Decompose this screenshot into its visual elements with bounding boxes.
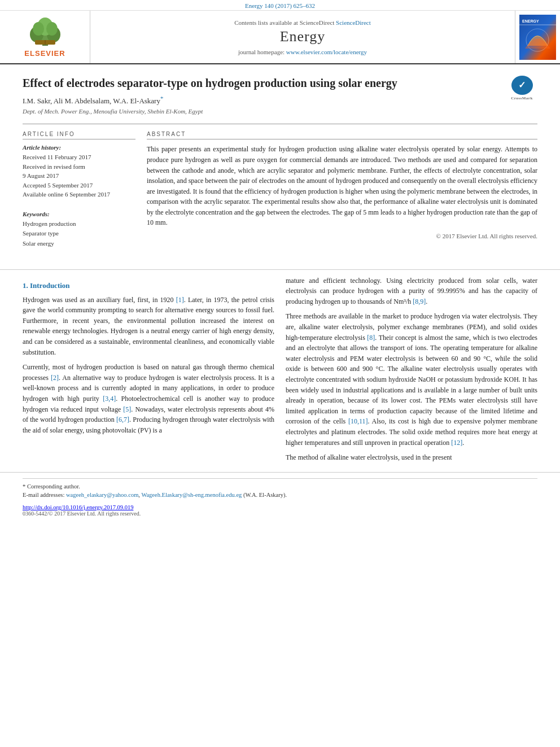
- intro-paragraph-2: Currently, most of hydrogen production i…: [23, 362, 274, 435]
- keyword-1: Hydrogen production: [23, 219, 135, 229]
- revised-label: Received in revised form: [23, 162, 135, 172]
- received-date: Received 11 February 2017: [23, 152, 135, 162]
- ref-1-link[interactable]: [1]: [176, 296, 184, 304]
- right-paragraph-2: Three methods are available in the marke…: [286, 311, 537, 448]
- journal-cover-section: ENERGY: [515, 11, 560, 63]
- elsevier-logo-section: ELSEVIER: [0, 11, 90, 63]
- ref-89-link[interactable]: [8,9]: [413, 298, 426, 305]
- article-title-text: Effect of electrodes separator-type on h…: [23, 77, 397, 89]
- email-1-link[interactable]: wageeh_elaskary@yahoo.com: [66, 492, 138, 498]
- cover-graphic: ENERGY: [519, 15, 556, 60]
- ref-67-link[interactable]: [6,7]: [116, 416, 129, 423]
- ref-2-link[interactable]: [2]: [51, 374, 59, 382]
- online-date: Available online 6 September 2017: [23, 190, 135, 199]
- license-text: 0360-5442/© 2017 Elsevier Ltd. All right…: [23, 510, 537, 517]
- svg-point-5: [33, 22, 44, 36]
- body-section: 1. Introduction Hydrogen was used as an …: [0, 276, 560, 468]
- elsevier-wordmark: ELSEVIER: [24, 49, 65, 58]
- doi-link[interactable]: http://dx.doi.org/10.1016/j.energy.2017.…: [23, 504, 537, 510]
- intro-heading: 1. Introduction: [23, 281, 274, 290]
- crossmark-badge[interactable]: ✓ CrossMark: [506, 76, 537, 101]
- homepage-link[interactable]: www.elsevier.com/locate/energy: [286, 49, 367, 55]
- keywords-label: Keywords:: [23, 211, 135, 217]
- journal-header: ELSEVIER Contents lists available at Sci…: [0, 11, 560, 64]
- copyright-text: © 2017 Elsevier Ltd. All rights reserved…: [147, 233, 537, 239]
- intro-paragraph-1: Hydrogen was used as an auxiliary fuel, …: [23, 295, 274, 358]
- article-info-heading: ARTICLE INFO: [23, 131, 135, 139]
- citation-text: Energy 140 (2017) 625–632: [245, 2, 315, 9]
- ref-8-link[interactable]: [8]: [367, 334, 375, 342]
- abstract-heading: ABSTRACT: [147, 131, 537, 139]
- article-title-container: Effect of electrodes separator-type on h…: [23, 76, 537, 90]
- footnote-corresponding: * Corresponding author.: [23, 482, 537, 491]
- footnote-section: * Corresponding author. E-mail addresses…: [0, 472, 560, 503]
- authors-text: I.M. Sakr, Ali M. Abdelsalam, W.A. El-As…: [23, 97, 160, 105]
- science-direct-link[interactable]: ScienceDirect: [336, 19, 371, 26]
- ref-12-link[interactable]: [12]: [451, 439, 462, 447]
- journal-homepage: journal homepage: www.elsevier.com/locat…: [238, 49, 367, 55]
- corresponding-marker: *: [160, 95, 163, 102]
- svg-text:ENERGY: ENERGY: [522, 19, 539, 23]
- crossmark-label: CrossMark: [511, 96, 533, 101]
- article-info-abstract: ARTICLE INFO Article history: Received 1…: [23, 124, 537, 248]
- revised-date: 9 August 2017: [23, 171, 135, 181]
- journal-cover-image: ENERGY: [519, 15, 556, 60]
- footnote-divider: [23, 478, 537, 479]
- ref-5-link[interactable]: [5]: [123, 405, 131, 413]
- elsevier-tree-icon: [23, 16, 68, 47]
- svg-point-6: [46, 22, 58, 36]
- authors-line: I.M. Sakr, Ali M. Abdelsalam, W.A. El-As…: [23, 95, 537, 106]
- keyword-2: Separator type: [23, 229, 135, 239]
- elsevier-logo: ELSEVIER: [23, 16, 68, 58]
- journal-header-center: Contents lists available at ScienceDirec…: [90, 11, 515, 63]
- body-divider: [0, 269, 560, 270]
- science-direct-label: Contents lists available at ScienceDirec…: [234, 19, 371, 26]
- doi-section: http://dx.doi.org/10.1016/j.energy.2017.…: [0, 502, 560, 518]
- article-info-column: ARTICLE INFO Article history: Received 1…: [23, 131, 135, 248]
- crossmark-icon: ✓: [511, 76, 533, 95]
- body-left-column: 1. Introduction Hydrogen was used as an …: [23, 276, 274, 468]
- ref-1011-link[interactable]: [10,11]: [348, 417, 368, 425]
- citation-bar: Energy 140 (2017) 625–632: [0, 0, 560, 11]
- accepted-date: Accepted 5 September 2017: [23, 181, 135, 190]
- keyword-3: Solar energy: [23, 239, 135, 249]
- journal-name: Energy: [280, 28, 326, 45]
- history-label: Article history:: [23, 144, 135, 151]
- right-paragraph-1: mature and efficient technology. Using e…: [286, 276, 537, 307]
- abstract-text: This paper presents an experimental stud…: [147, 144, 537, 228]
- right-paragraph-3: The method of alkaline water electrolysi…: [286, 452, 537, 463]
- article-section: Effect of electrodes separator-type on h…: [0, 64, 560, 264]
- affiliation-text: Dept. of Mech. Power Eng., Menoufia Univ…: [23, 108, 537, 115]
- ref-34-link[interactable]: [3,4]: [103, 395, 116, 403]
- body-right-column: mature and efficient technology. Using e…: [286, 276, 537, 468]
- footnote-email: E-mail addresses: wageeh_elaskary@yahoo.…: [23, 491, 537, 500]
- abstract-column: ABSTRACT This paper presents an experime…: [147, 131, 537, 248]
- email-2-link[interactable]: Wageeh.Elaskary@sh-eng.menofia.edu.eg: [141, 492, 242, 498]
